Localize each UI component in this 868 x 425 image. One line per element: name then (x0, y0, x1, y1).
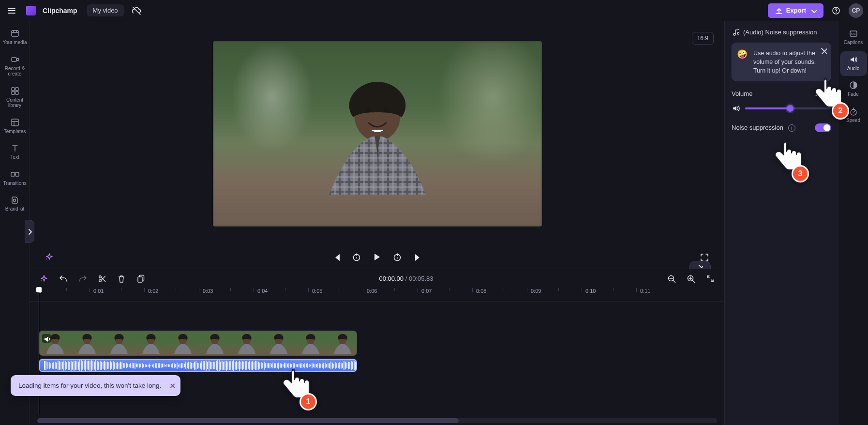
user-avatar[interactable]: CP (849, 3, 863, 18)
media-icon (11, 29, 19, 38)
emoji-icon: 🤪 (737, 48, 748, 61)
volume-row: Volume 100% (732, 90, 831, 97)
project-name[interactable]: My video (87, 4, 124, 16)
collapse-preview-tab[interactable] (689, 261, 711, 269)
left-sidebar: Your media Record & create Content libra… (0, 21, 30, 425)
timeline-scrollbar[interactable] (37, 418, 717, 423)
text-icon (11, 144, 19, 152)
sidebar-item-label: Content library (1, 97, 29, 108)
preview-frame (314, 65, 440, 210)
sidebar-item-text[interactable]: Text (1, 140, 29, 165)
toast-text: Loading items for your video, this won't… (18, 382, 161, 389)
skip-start-button[interactable] (331, 252, 342, 263)
camera-icon (11, 55, 19, 64)
rightbar-item-speed[interactable]: Speed (840, 103, 867, 128)
audio-tip-text: Use audio to adjust the volume of your s… (753, 50, 816, 74)
rightbar-label: Fade (848, 91, 859, 97)
export-button[interactable]: Export (768, 3, 823, 18)
help-button[interactable] (829, 4, 843, 17)
split-button[interactable] (97, 273, 107, 284)
volume-slider[interactable] (745, 107, 831, 109)
tip-close-button[interactable] (820, 47, 827, 54)
preview-area: 16:9 (30, 21, 724, 246)
sidebar-item-label: Your media (2, 40, 27, 46)
sidebar-item-brandkit[interactable]: Brand kit (1, 192, 29, 217)
ruler-tick: 0:05 (312, 288, 322, 294)
toast-close-button[interactable]: ✕ (169, 381, 176, 390)
timecode: 00:00.00 / 00:05.83 (379, 275, 433, 282)
volume-value: 100% (815, 90, 831, 97)
rightbar-item-audio[interactable]: Audio (840, 51, 867, 76)
editor-main: 16:9 (30, 21, 724, 425)
sidebar-item-transitions[interactable]: Transitions (1, 166, 29, 191)
panel-title-row: (Audio) Noise suppression (732, 28, 831, 36)
video-clip[interactable] (39, 331, 357, 356)
audio-clip[interactable] (39, 359, 357, 372)
volume-icon[interactable] (732, 104, 740, 113)
ai-tools-button[interactable] (39, 273, 49, 284)
timeline-tracks[interactable] (30, 302, 724, 425)
timeline-toolbar: 00:00.00 / 00:05.83 (30, 269, 724, 288)
noise-suppression-toggle[interactable] (815, 123, 831, 132)
ruler-tick: 0:09 (531, 288, 541, 294)
duplicate-button[interactable] (135, 273, 146, 284)
sidebar-item-record[interactable]: Record & create (1, 51, 29, 82)
sidebar-item-label: Text (10, 154, 19, 160)
music-icon (732, 28, 739, 36)
magic-tool-icon[interactable] (45, 252, 55, 263)
rightbar-item-captions[interactable]: Captions (840, 25, 867, 50)
loading-toast: Loading items for your video, this won't… (11, 375, 180, 396)
menu-button[interactable] (5, 4, 18, 17)
sidebar-item-templates[interactable]: Templates (1, 114, 29, 139)
ruler-tick: 0:11 (640, 288, 650, 294)
scrollbar-thumb[interactable] (37, 418, 459, 423)
zoom-in-button[interactable] (686, 273, 696, 284)
cloud-sync-off-icon[interactable] (130, 4, 143, 17)
ruler-tick: 0:08 (476, 288, 486, 294)
transport-bar (30, 246, 724, 269)
ruler-tick: 0:04 (257, 288, 268, 294)
sidebar-item-label: Brand kit (5, 206, 24, 212)
export-label: Export (786, 7, 806, 14)
top-bar: Clipchamp My video Export CP (0, 0, 868, 21)
templates-icon (11, 118, 19, 127)
ruler-tick: 0:06 (367, 288, 377, 294)
audio-panel: (Audio) Noise suppression 🤪 Use audio to… (724, 21, 838, 425)
rightbar-label: Captions (844, 40, 863, 46)
skip-end-button[interactable] (413, 252, 423, 263)
ruler-tick: 0:03 (203, 288, 213, 294)
rightbar-item-fade[interactable]: Fade (840, 77, 867, 102)
play-button[interactable] (372, 252, 383, 263)
preview-canvas[interactable] (213, 41, 542, 227)
ruler-tick: 0:02 (148, 288, 158, 294)
slider-thumb[interactable] (787, 105, 793, 112)
redo-button[interactable] (77, 273, 88, 284)
total-time: 00:05.83 (409, 275, 434, 282)
timeline-ruler[interactable]: 00:010:020:030:040:050:060:070:080:090:1… (30, 288, 724, 302)
ns-label: Noise suppression (732, 124, 783, 131)
undo-button[interactable] (58, 273, 69, 284)
brandkit-icon (11, 196, 19, 204)
sidebar-item-label: Record & create (1, 66, 29, 77)
current-time: 00:00.00 (379, 275, 404, 282)
forward-5s-button[interactable] (392, 252, 403, 263)
aspect-ratio-button[interactable]: 16:9 (692, 32, 714, 45)
zoom-fit-button[interactable] (705, 273, 716, 284)
audio-waveform (47, 360, 357, 372)
ruler-tick: 0:07 (421, 288, 432, 294)
zoom-out-button[interactable] (666, 273, 677, 284)
clip-mute-icon[interactable] (42, 334, 51, 343)
rightbar-label: Audio (847, 66, 860, 72)
info-icon[interactable]: i (788, 124, 795, 132)
audio-icon (849, 55, 858, 64)
clip-left-handle[interactable] (44, 361, 46, 370)
chevron-down-icon (810, 7, 817, 14)
delete-button[interactable] (116, 273, 127, 284)
audio-tip: 🤪 Use audio to adjust the volume of your… (732, 43, 831, 81)
sidebar-item-content-library[interactable]: Content library (1, 83, 29, 113)
panel-title: (Audio) Noise suppression (743, 29, 817, 36)
back-5s-button[interactable] (352, 252, 362, 263)
ruler-tick: 0:01 (93, 288, 104, 294)
sidebar-item-media[interactable]: Your media (1, 25, 29, 50)
library-icon (11, 87, 19, 95)
